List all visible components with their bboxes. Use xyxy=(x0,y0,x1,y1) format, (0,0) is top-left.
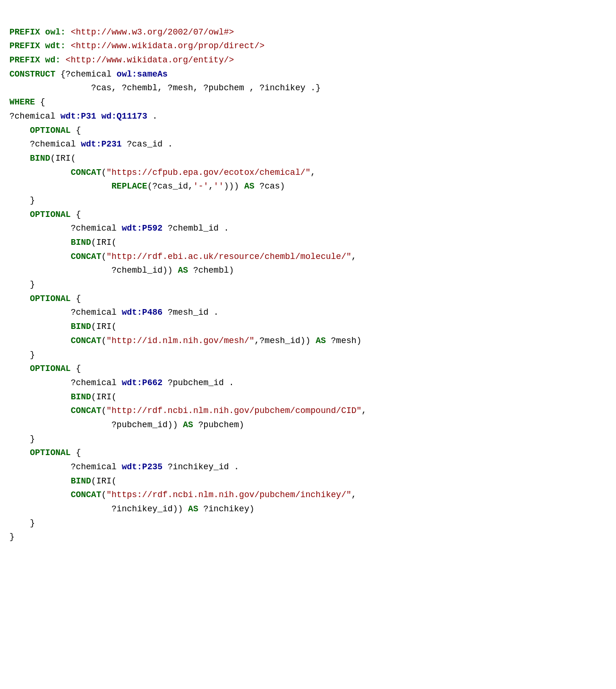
optional-4-close: } xyxy=(9,434,35,444)
optional-4-concat: CONCAT("http://rdf.ncbi.nlm.nih.gov/pubc… xyxy=(9,406,367,415)
where-keyword: WHERE { xyxy=(9,97,45,107)
optional-5-concat: CONCAT("https://rdf.ncbi.nlm.nih.gov/pub… xyxy=(9,490,357,500)
prefix-wdt-line: PREFIX wdt: <http://www.wikidata.org/pro… xyxy=(9,41,265,51)
optional-2-chembl-var: ?chembl_id)) AS ?chembl) xyxy=(9,266,234,275)
optional-5-open: OPTIONAL { xyxy=(9,448,81,457)
optional-4-open: OPTIONAL { xyxy=(9,364,81,373)
prefix-wd-line: PREFIX wd: <http://www.wikidata.org/enti… xyxy=(9,55,234,65)
optional-5-inchikey-var: ?inchikey_id)) AS ?inchikey) xyxy=(9,504,255,514)
optional-3-open: OPTIONAL { xyxy=(9,294,81,303)
optional-3-close: } xyxy=(9,350,35,360)
where-close: } xyxy=(9,532,15,542)
optional-5-inchikey-id: ?chemical wdt:P235 ?inchikey_id . xyxy=(9,462,239,472)
optional-1-replace: REPLACE(?cas_id,'-',''))) AS ?cas) xyxy=(9,181,285,191)
construct-vars: ?cas, ?chembl, ?mesh, ?pubchem , ?inchik… xyxy=(9,83,321,93)
optional-1-concat: CONCAT("https://cfpub.epa.gov/ecotox/che… xyxy=(9,168,316,177)
optional-4-pubchem-var: ?pubchem_id)) AS ?pubchem) xyxy=(9,420,244,430)
optional-4-pubchem-id: ?chemical wdt:P662 ?pubchem_id . xyxy=(9,378,234,388)
optional-1-close: } xyxy=(9,196,35,205)
optional-5-bind: BIND(IRI( xyxy=(9,476,117,486)
optional-2-concat: CONCAT("http://rdf.ebi.ac.uk/resource/ch… xyxy=(9,252,357,261)
optional-4-bind: BIND(IRI( xyxy=(9,392,117,402)
optional-1-cas-id: ?chemical wdt:P231 ?cas_id . xyxy=(9,139,173,149)
chemical-type-line: ?chemical wdt:P31 wd:Q11173 . xyxy=(9,112,157,121)
optional-1-open: OPTIONAL { xyxy=(9,126,81,135)
prefix-owl-line: PREFIX owl: <http://www.w3.org/2002/07/o… xyxy=(9,27,234,37)
sparql-code-block: PREFIX owl: <http://www.w3.org/2002/07/o… xyxy=(9,11,607,544)
construct-keyword: CONSTRUCT {?chemical owl:sameAs xyxy=(9,69,168,79)
optional-5-close: } xyxy=(9,518,35,528)
optional-2-bind: BIND(IRI( xyxy=(9,238,117,247)
optional-2-open: OPTIONAL { xyxy=(9,210,81,219)
optional-3-mesh-id: ?chemical wdt:P486 ?mesh_id . xyxy=(9,308,219,317)
optional-3-bind: BIND(IRI( xyxy=(9,322,117,331)
optional-1-bind: BIND(IRI( xyxy=(9,154,76,163)
optional-3-concat: CONCAT("http://id.nlm.nih.gov/mesh/",?me… xyxy=(9,336,361,345)
optional-2-close: } xyxy=(9,280,35,289)
optional-2-chembl-id: ?chemical wdt:P592 ?chembl_id . xyxy=(9,224,229,233)
